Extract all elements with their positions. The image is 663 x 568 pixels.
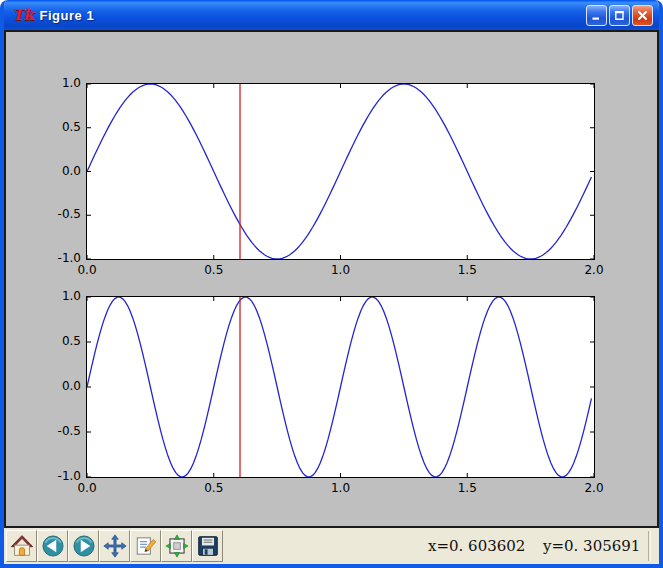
minimize-icon [591, 10, 602, 21]
maximize-button[interactable] [609, 5, 630, 26]
y-tick-label: -0.5 [41, 207, 81, 221]
zoom-button[interactable] [130, 530, 161, 562]
y-tick-label: 0.0 [41, 379, 81, 393]
tk-icon: Tk [10, 8, 34, 23]
figure-window: Tk Figure 1 0.00.51.01.52.01.00.50. [0, 0, 663, 568]
x-tick-label: 1.0 [321, 263, 361, 277]
y-tick-label: 0.0 [41, 164, 81, 178]
home-icon [10, 534, 34, 558]
sine-curve [87, 84, 591, 259]
window-title: Figure 1 [40, 8, 95, 23]
bottom-subplot[interactable]: 0.00.51.01.52.01.00.50.0-0.5-1.0 [86, 296, 595, 478]
forward-icon [72, 534, 96, 558]
y-tick-label: 1.0 [41, 76, 81, 90]
y-tick-label: -0.5 [41, 424, 81, 438]
pan-icon [103, 534, 127, 558]
sine-curve [87, 297, 591, 477]
back-icon [41, 534, 65, 558]
zoom-rect-icon [134, 534, 158, 558]
close-button[interactable] [632, 5, 653, 26]
y-tick-label: -1.0 [41, 469, 81, 483]
home-button[interactable] [6, 530, 37, 562]
title-bar[interactable]: Tk Figure 1 [4, 0, 659, 30]
forward-button[interactable] [68, 530, 99, 562]
x-tick-label: 0.5 [194, 263, 234, 277]
back-button[interactable] [37, 530, 68, 562]
save-button[interactable] [192, 530, 223, 562]
save-icon [196, 534, 220, 558]
subplots-icon [165, 534, 189, 558]
x-tick-label: 1.5 [447, 481, 487, 495]
window-controls [586, 5, 653, 26]
plot-area[interactable] [87, 297, 594, 477]
y-tick-label: 0.5 [41, 334, 81, 348]
plot-area[interactable] [87, 84, 594, 259]
toolbar: x=0. 603602 y=0. 305691 [4, 528, 659, 564]
figure-canvas[interactable]: 0.00.51.01.52.01.00.50.0-0.5-1.0 0.00.51… [4, 30, 659, 528]
status-y: y=0. 305691 [543, 537, 640, 555]
x-tick-label: 2.0 [574, 263, 614, 277]
close-icon [637, 10, 648, 21]
pan-button[interactable] [99, 530, 130, 562]
top-subplot[interactable]: 0.00.51.01.52.01.00.50.0-0.5-1.0 [86, 83, 595, 260]
minimize-button[interactable] [586, 5, 607, 26]
x-tick-label: 0.0 [67, 481, 107, 495]
x-tick-label: 0.5 [194, 481, 234, 495]
y-tick-label: 1.0 [41, 289, 81, 303]
maximize-icon [614, 10, 625, 21]
status-x: x=0. 603602 [428, 537, 525, 555]
x-tick-label: 0.0 [67, 263, 107, 277]
y-tick-label: 0.5 [41, 120, 81, 134]
x-tick-label: 1.0 [321, 481, 361, 495]
x-tick-label: 1.5 [447, 263, 487, 277]
x-tick-label: 2.0 [574, 481, 614, 495]
y-tick-label: -1.0 [41, 251, 81, 265]
subplots-button[interactable] [161, 530, 192, 562]
toolbar-separator [648, 531, 651, 561]
